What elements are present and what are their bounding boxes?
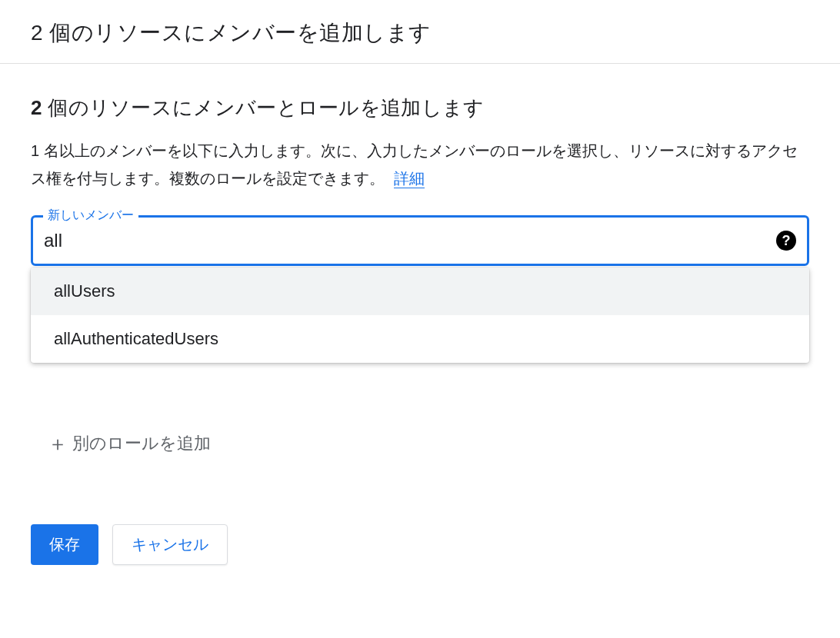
- autocomplete-item-allauthenticatedusers[interactable]: allAuthenticatedUsers: [31, 315, 809, 363]
- section-title-count: 2: [31, 96, 42, 119]
- dialog-content: 2 個のリソースにメンバーとロールを追加します 1 名以上のメンバーを以下に入力…: [0, 64, 840, 596]
- section-description-row: 1 名以上のメンバーを以下に入力します。次に、入力したメンバーのロールを選択し、…: [31, 137, 809, 192]
- button-row: 保存 キャンセル: [31, 524, 809, 565]
- member-field-wrapper: 新しいメンバー ? allUsers allAuthenticatedUsers: [31, 215, 809, 363]
- save-button[interactable]: 保存: [31, 524, 98, 565]
- help-icon[interactable]: ?: [776, 231, 796, 251]
- autocomplete-dropdown: allUsers allAuthenticatedUsers: [31, 267, 809, 363]
- autocomplete-item-allusers[interactable]: allUsers: [31, 267, 809, 315]
- member-input-container[interactable]: ?: [31, 215, 809, 266]
- member-input[interactable]: [44, 230, 776, 251]
- add-role-label: 別のロールを追加: [72, 432, 211, 455]
- section-title: 2 個のリソースにメンバーとロールを追加します: [31, 95, 809, 121]
- cancel-button[interactable]: キャンセル: [112, 524, 228, 565]
- learn-more-link[interactable]: 詳細: [394, 170, 425, 188]
- plus-icon: ＋: [48, 434, 68, 454]
- add-role-button[interactable]: ＋ 別のロールを追加: [48, 432, 809, 455]
- member-field-label: 新しいメンバー: [43, 208, 138, 224]
- section-title-text: 個のリソースにメンバーとロールを追加します: [42, 96, 485, 119]
- dialog-header: 2 個のリソースにメンバーを追加します: [0, 0, 840, 64]
- dialog-title: 2 個のリソースにメンバーを追加します: [31, 18, 809, 48]
